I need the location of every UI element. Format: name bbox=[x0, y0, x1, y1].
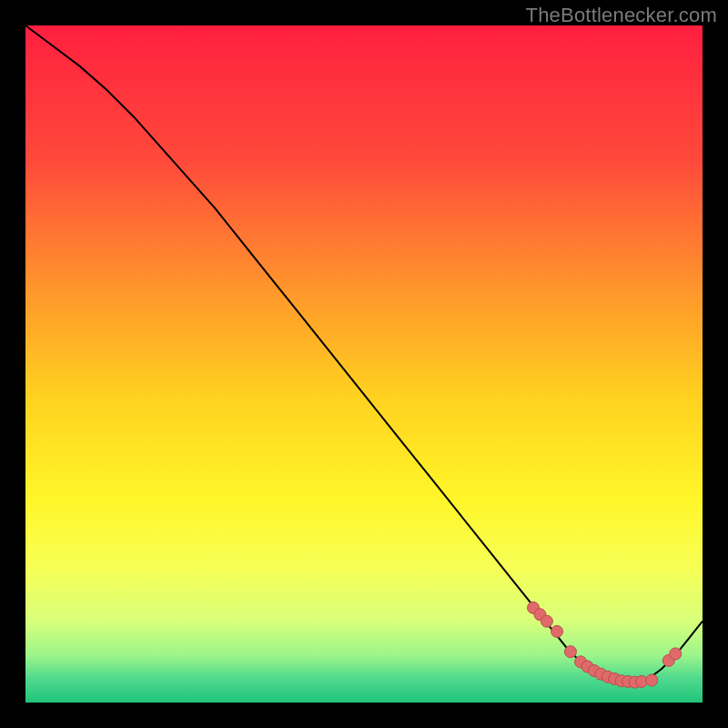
data-dot bbox=[551, 625, 563, 637]
gradient-background bbox=[25, 25, 703, 703]
data-dot bbox=[646, 674, 658, 686]
chart-svg bbox=[25, 25, 703, 703]
watermark-text: TheBottlenecker.com bbox=[526, 4, 717, 27]
data-dot bbox=[541, 615, 552, 627]
chart-plot-area bbox=[25, 25, 703, 703]
data-dot bbox=[670, 648, 682, 660]
chart-frame: TheBottlenecker.com bbox=[0, 0, 728, 728]
data-dot bbox=[564, 646, 576, 658]
